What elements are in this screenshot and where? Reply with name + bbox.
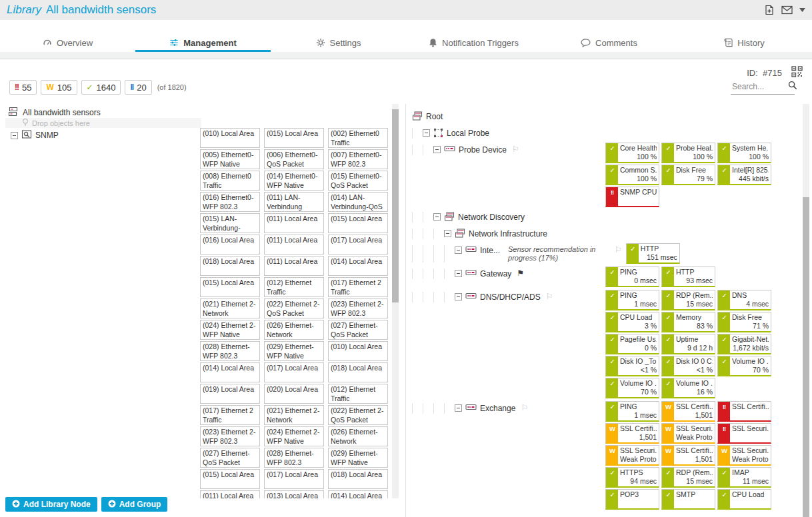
library-sensor-tile[interactable]: (017) Ethernet 2 Traffic [328, 277, 388, 297]
library-sensor-tile[interactable]: (029) Ethernet-WFP Native [328, 448, 388, 468]
library-sensor-tile[interactable]: (006) Ethernet0-QoS Packet [264, 149, 324, 169]
collapse-toggle[interactable] [455, 293, 462, 300]
library-sensor-tile[interactable]: (014) LAN-Verbindung-QoS [328, 192, 388, 212]
library-sensor-tile[interactable]: (015) Ethernet0-QoS Packet [328, 171, 388, 191]
library-sensor-tile[interactable]: (022) Ethernet 2-QoS Packet [328, 405, 388, 425]
library-sensor-tile[interactable]: (015) Local Area [200, 469, 260, 489]
library-sensor-tile[interactable]: (029) Ethernet-WFP Native [264, 341, 324, 361]
collapse-toggle[interactable] [11, 132, 18, 139]
sensor-tile[interactable]: ✓Disk Free71 % [717, 312, 771, 332]
sensor-tile[interactable]: ✓Pagefile Us...0 % [605, 334, 659, 354]
tree-node-label[interactable]: Network Discovery [458, 212, 525, 223]
add-library-node-button[interactable]: Add Library Node [5, 497, 97, 512]
library-sensor-tile[interactable]: (014) Ethernet0-WFP Native [264, 171, 324, 191]
library-sensor-tile[interactable]: (027) Ethernet-QoS Packet [200, 448, 260, 468]
tab-settings[interactable]: Settings [271, 33, 406, 52]
library-sensor-tile[interactable]: (011) Local Area [264, 213, 324, 233]
library-sensor-tile[interactable]: (008) Ethernet0 Traffic [200, 171, 260, 191]
library-sensor-tile[interactable]: (015) LAN-Verbindung- [200, 213, 260, 233]
tree-node-label[interactable]: Local Probe [447, 128, 489, 139]
library-sensor-tile[interactable]: (005) Ethernet0-WFP Native [200, 149, 260, 169]
caret-down-icon[interactable] [799, 8, 805, 12]
flag-icon[interactable]: ⚐ [521, 403, 528, 412]
sensor-tile[interactable]: ✓CPU Load3 % [605, 312, 659, 332]
library-sensor-tile[interactable]: (017) Ethernet 2 Traffic [200, 405, 260, 425]
library-sensor-tile[interactable]: (026) Ethernet-Network [328, 426, 388, 446]
library-sensor-tile[interactable]: (011) Local Area [200, 490, 260, 498]
collapse-toggle[interactable] [433, 146, 441, 153]
library-sensor-tile[interactable]: (028) Ethernet-WFP 802.3 [200, 341, 260, 361]
search-icon[interactable] [788, 81, 797, 93]
scrollbar-thumb[interactable] [803, 197, 809, 517]
library-sensor-tile[interactable]: (019) Local Area [200, 384, 260, 404]
library-node-snmp[interactable]: SNMP [11, 129, 59, 141]
tab-notification-triggers[interactable]: Notification Triggers [406, 33, 541, 52]
library-sensor-tile[interactable]: (012) Ethernet Traffic [328, 384, 388, 404]
sensor-tile[interactable]: ✓RDP (Rem...15 msec [661, 467, 715, 488]
sensor-tile[interactable]: !!SNMP CPU... [605, 187, 659, 207]
sensor-tile[interactable]: ✓Gigabit-Net...1,672 kbit/s [717, 334, 771, 354]
library-sensor-tile[interactable]: (018) Local Area [328, 469, 388, 489]
qr-code-icon[interactable] [791, 66, 803, 80]
library-root-node[interactable]: All bandwidth sensors [8, 107, 101, 119]
library-sensor-tile[interactable]: (018) Local Area [328, 362, 388, 382]
add-report-icon[interactable] [764, 5, 775, 15]
library-sensor-tile[interactable]: (007) Ethernet0-WFP 802.3 [328, 149, 388, 169]
sensor-tile[interactable]: ✓Core Health100 % [605, 143, 659, 163]
sensor-tile[interactable]: ✓System He...100 % [717, 143, 771, 163]
library-sensor-tile[interactable]: (015) Local Area [264, 128, 324, 148]
collapse-toggle[interactable] [444, 230, 451, 237]
tree-node-label[interactable]: DNS/DHCP/ADS [480, 292, 541, 302]
library-sensor-tile[interactable]: (021) Ethernet 2-Network [264, 405, 324, 425]
sensor-tile[interactable]: ✓Uptime9 d 12 h [661, 334, 715, 354]
library-sensor-tile[interactable]: (018) Local Area [200, 256, 260, 276]
collapse-toggle[interactable] [423, 129, 430, 137]
library-sensor-tile[interactable]: (013) Local Area [264, 490, 324, 498]
sensor-tile[interactable]: ✓SMTP [661, 489, 715, 510]
library-sensor-tile[interactable]: (011) Local Area [264, 256, 324, 276]
sensor-tile[interactable]: ✓IMAP11 msec [717, 467, 771, 488]
flag-icon[interactable]: ⚐ [615, 245, 622, 255]
flag-icon[interactable]: ⚐ [512, 145, 519, 154]
library-sensor-tile[interactable]: (017) Local Area [328, 235, 388, 255]
library-sensor-tile[interactable]: (014) Local Area [200, 362, 260, 382]
sensor-tile[interactable]: ✓POP3 [605, 489, 659, 510]
sensor-tile[interactable]: ✓PING0 msec [605, 266, 659, 287]
sensor-tile[interactable]: WSSL Securi...Weak Proto... [605, 445, 659, 466]
sensor-tile[interactable]: ✓HTTP151 msec [626, 243, 680, 264]
sensor-tile[interactable]: ✓Memory83 % [661, 312, 715, 332]
flag-icon[interactable]: ⚐ [546, 292, 553, 301]
sensor-tile[interactable]: WSSL Securi...Weak Proto... [717, 445, 771, 466]
library-sensor-tile[interactable]: (028) Ethernet-WFP 802.3 [264, 448, 324, 468]
status-badge-paused[interactable]: II 20 [125, 80, 151, 95]
library-scrollbar[interactable] [392, 104, 399, 498]
sensor-tile[interactable]: ✓HTTPS94 msec [605, 467, 659, 488]
sensor-tile[interactable]: WSSL Certifi...1,501 [605, 423, 659, 444]
sensor-tile[interactable]: ✓CPU Load [717, 489, 771, 510]
library-sensor-tile[interactable]: (020) Local Area [264, 384, 324, 404]
library-sensor-tile[interactable]: (023) Ethernet 2-WFP 802.3 [200, 426, 260, 446]
tab-management[interactable]: Management [135, 33, 271, 52]
sensor-tile[interactable]: WSSL Certifi...1,501 [661, 445, 715, 466]
sensor-tile[interactable]: !!SSL Certifi... [717, 401, 771, 422]
tree-node-label[interactable]: Network Infrastructure [469, 229, 547, 239]
add-group-button[interactable]: Add Group [101, 497, 168, 512]
library-sensor-tile[interactable]: (024) Ethernet 2-WFP Native [200, 320, 260, 340]
library-sensor-tile[interactable]: (026) Ethernet-Network [264, 320, 324, 340]
collapse-toggle[interactable] [455, 270, 462, 277]
search-input[interactable] [731, 81, 785, 92]
sensor-tile[interactable]: ✓DNS4 msec [717, 290, 771, 310]
library-sensor-tile[interactable]: (017) Local Area [264, 469, 324, 489]
status-badge-down[interactable]: !! 55 [9, 80, 37, 95]
library-sensor-tile[interactable]: (022) Ethernet 2-QoS Packet [264, 298, 324, 318]
library-sensor-tile[interactable]: (016) Ethernet0-WFP 802.3 [200, 192, 260, 212]
collapse-toggle[interactable] [455, 404, 462, 412]
library-sensor-tile[interactable]: (024) Ethernet 2-WFP Native [264, 426, 324, 446]
library-sensor-tile[interactable]: (017) Local Area [264, 362, 324, 382]
library-sensor-tile[interactable]: (010) Local Area [328, 341, 388, 361]
library-sensor-tile[interactable]: (010) Local Area [200, 128, 260, 148]
tree-node-label[interactable]: Probe Device [459, 145, 507, 155]
library-sensor-tile[interactable]: (012) Ethernet Traffic [264, 277, 324, 297]
library-sensor-tile[interactable]: (023) Ethernet 2-WFP 802.3 [328, 298, 388, 318]
flag-icon[interactable]: ⚑ [517, 268, 524, 278]
